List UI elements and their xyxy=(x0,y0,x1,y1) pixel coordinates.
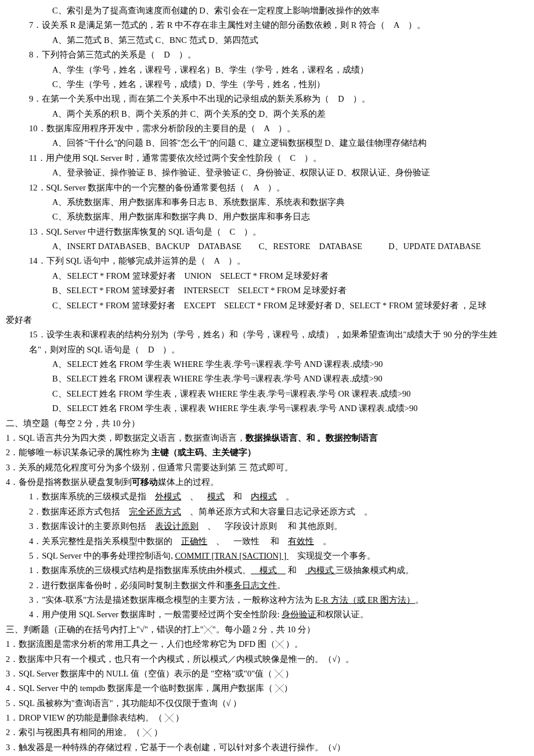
q8-stem: 8．下列符合第三范式的关系是（ D ）。 xyxy=(6,48,528,62)
fill-3: 3．关系的规范化程度可分为多个级别，但通常只需要达到第 三 范式即可。 xyxy=(6,460,528,475)
q7-options: A、第二范式 B、第三范式 C、BNC 范式 D、第四范式 xyxy=(6,33,528,48)
q12-options-ab: A、系统数据库、用户数据库和事务日志 B、系统数据库、系统表和数据字典 xyxy=(6,195,528,210)
q11-stem: 11．用户使用 SQL Server 时，通常需要依次经过两个安全性阶段（ C … xyxy=(6,151,528,165)
q12-options-cd: C、系统数据库、用户数据库和数据字典 D、用户数据库和事务日志 xyxy=(6,210,528,224)
q15-stem-line2: 名"，则对应的 SQL 语句是（ D ）。 xyxy=(6,343,528,357)
fill-4: 4．备份是指将数据从硬盘复制到可移动媒体上的过程。 xyxy=(6,475,528,489)
q15-stem-line1: 15．设学生表和课程表的结构分别为（学号，姓名）和（学号，课程号，成绩），如果希… xyxy=(6,327,528,342)
q9-stem: 9．在第一个关系中出现，而在第二个关系中不出现的记录组成的新关系称为（ D ）。 xyxy=(6,92,528,106)
q14-tail: 爱好者 xyxy=(6,313,528,327)
judge-8: 3．触发器是一种特殊的存储过程，它基于一个表创建，可以针对多个表进行操作。（√） xyxy=(6,740,528,755)
judge-6: 1．DROP VIEW 的功能是删除表结构。（ ╳ ） xyxy=(6,711,528,725)
fill-4-4: 4．关系完整性是指关系模型中数据的 正确性 、 一致性 和 有效性 。 xyxy=(6,534,528,549)
q15-option-c: C、SELECT 姓名 FROM 学生表，课程表 WHERE 学生表.学号=课程… xyxy=(6,387,528,401)
judge-3: 3．SQL Server 数据库中的 NULL 值（空值）表示的是 "空格"或"… xyxy=(6,667,528,681)
fill-4-5: 5．SQL Server 中的事务处理控制语句, COMMIT [TRAN [S… xyxy=(6,549,528,563)
fill-4-9: 4．用户使用 SQL Server 数据库时，一般需要经过两个安全性阶段: 身份… xyxy=(6,607,528,622)
fill-4-6: 1．数据库系统的三级模式结构是指数据库系统由外模式、 模式 和 内模式 三级抽象… xyxy=(6,563,528,578)
q10-options: A、回答"干什么"的问题 B、回答"怎么干"的问题 C、建立逻辑数据模型 D、建… xyxy=(6,136,528,150)
section-3-title: 三、判断题（正确的在括号内打上"√"，错误的打上"╳"。每小题 2 分，共 10… xyxy=(6,622,528,637)
q15-option-d: D、SELECT 姓名 FROM 学生表，课程表 WHERE 学生表.学号=课程… xyxy=(6,401,528,416)
q12-stem: 12．SQL Server 数据库中的一个完整的备份通常要包括（ A ）。 xyxy=(6,181,528,195)
q15-option-a: A、SELECT 姓名 FROM 学生表 WHERE 学生表.学号=课程表.学号… xyxy=(6,357,528,372)
q14-stem: 14．下列 SQL 语句中，能够完成并运算的是（ A ）。 xyxy=(6,254,528,268)
fill-4-2: 2．数据库还原方式包括 完全还原方式 、简单还原方式和大容量日志记录还原方式 。 xyxy=(6,505,528,519)
section-2-title: 二、填空题（每空 2 分，共 10 分） xyxy=(6,416,528,431)
q8-options-ab: A、学生（学号，姓名，课程号，课程名）B、学生（学号，姓名，课程名，成绩） xyxy=(6,63,528,77)
q15-option-b: B、SELECT 姓名 FROM 课程表 WHERE 学生表.学号=课程表.学号… xyxy=(6,372,528,386)
q8-options-cd: C、学生（学号，姓名，课程号，成绩）D、学生（学号，姓名，性别） xyxy=(6,77,528,92)
judge-5: 5．SQL 虽被称为"查询语言"，其功能却不仅仅限于查询（√ ） xyxy=(6,696,528,711)
judge-7: 2．索引与视图具有相同的用途。（ ╳ ） xyxy=(6,725,528,740)
q11-options: A、登录验证、操作验证 B、操作验证、登录验证 C、身份验证、权限认证 D、权限… xyxy=(6,165,528,180)
judge-1: 1．数据流图是需求分析的常用工具之一，人们也经常称它为 DFD 图（╳ ）。 xyxy=(6,637,528,651)
q9-options: A、两个关系的积 B、两个关系的并 C、两个关系的交 D、两个关系的差 xyxy=(6,107,528,121)
q13-stem: 13．SQL Server 中进行数据库恢复的 SQL 语句是（ C ）。 xyxy=(6,225,528,239)
fill-4-1: 1．数据库系统的三级模式是指 外模式 、 模式 和 内模式 。 xyxy=(6,489,528,504)
fill-2: 2．能够唯一标识某条记录的属性称为 主键（或主码、主关键字） xyxy=(6,445,528,460)
fill-4-7: 2．进行数据库备份时，必须同时复制主数据文件和事务日志文件。 xyxy=(6,578,528,593)
fill-4-8: 3．"实体-联系"方法是描述数据库概念模型的主要方法，一般称这种方法为 E-R … xyxy=(6,593,528,607)
q14-option-b: B、SELECT * FROM 篮球爱好者 INTERSECT SELECT *… xyxy=(6,283,528,298)
q6-option-cd: C、索引是为了提高查询速度而创建的 D、索引会在一定程度上影响增删改操作的效率 xyxy=(6,3,528,18)
q14-option-a: A、SELECT * FROM 篮球爱好者 UNION SELECT * FRO… xyxy=(6,269,528,283)
q14-option-c: C、SELECT * FROM 篮球爱好者 EXCEPT SELECT * FR… xyxy=(6,298,528,313)
q13-options: A、INSERT DATABASEB、BACKUP DATABASE C、RES… xyxy=(6,239,528,254)
fill-4-3: 3．数据库设计的主要原则包括 表设计原则 、 字段设计原则 和 其他原则。 xyxy=(6,519,528,534)
q10-stem: 10．数据库应用程序开发中，需求分析阶段的主要目的是（ A ）。 xyxy=(6,121,528,136)
fill-1: 1．SQL 语言共分为四大类，即数据定义语言，数据查询语言，数据操纵语言、和 。… xyxy=(6,431,528,445)
judge-2: 2．数据库中只有一个模式，也只有一个内模式，所以模式／内模式映像是惟一的。（√）… xyxy=(6,652,528,667)
judge-4: 4．SQL Server 中的 tempdb 数据库是一个临时数据库，属用户数据… xyxy=(6,681,528,696)
q7-stem: 7．设关系 R 是满足第一范式的，若 R 中不存在非主属性对主键的部分函数依赖，… xyxy=(6,18,528,33)
